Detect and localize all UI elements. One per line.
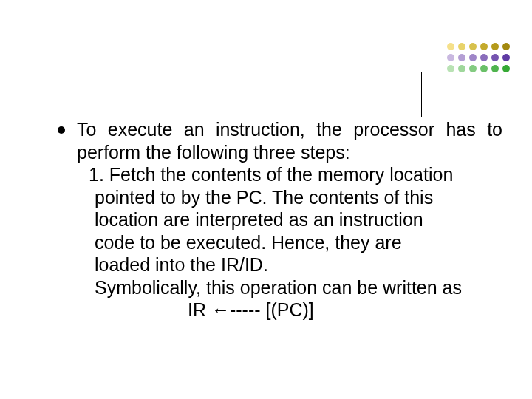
bullet-item: To execute an instruction, the processor… — [58, 118, 502, 163]
dot-icon — [502, 65, 510, 72]
dot-icon — [502, 43, 510, 50]
dot-icon — [491, 54, 499, 61]
dot-icon — [447, 65, 454, 72]
dot-row — [443, 54, 510, 61]
symbolic-line: Symbolically, this operation can be writ… — [95, 276, 502, 299]
dot-row — [443, 43, 510, 50]
dot-icon — [447, 43, 454, 50]
dot-icon — [469, 65, 477, 72]
formula-line: IR ←----- [(PC)] — [188, 299, 502, 321]
dot-icon — [480, 65, 488, 72]
dot-grid — [443, 43, 510, 76]
corner-decoration — [421, 43, 510, 109]
dot-icon — [458, 65, 466, 72]
dot-icon — [502, 54, 510, 61]
dot-row — [443, 65, 510, 72]
intro-text: To execute an instruction, the processor… — [77, 118, 502, 163]
slide-body: To execute an instruction, the processor… — [58, 118, 502, 321]
dot-icon — [491, 65, 499, 72]
dot-icon — [469, 54, 477, 61]
step-line: code to be executed. Hence, they are — [95, 231, 502, 254]
step-line: loaded into the IR/ID. — [95, 253, 502, 276]
step-line: 1. Fetch the contents of the memory loca… — [89, 163, 502, 186]
vertical-divider — [421, 72, 422, 117]
step-line: pointed to by the PC. The contents of th… — [95, 186, 502, 209]
dot-icon — [469, 43, 477, 50]
dot-icon — [480, 43, 488, 50]
dot-icon — [491, 43, 499, 50]
step-line: location are interpreted as an instructi… — [95, 208, 502, 231]
dot-icon — [458, 43, 466, 50]
dot-icon — [447, 54, 454, 61]
bullet-icon — [58, 126, 65, 134]
dot-icon — [480, 54, 488, 61]
dot-icon — [458, 54, 466, 61]
